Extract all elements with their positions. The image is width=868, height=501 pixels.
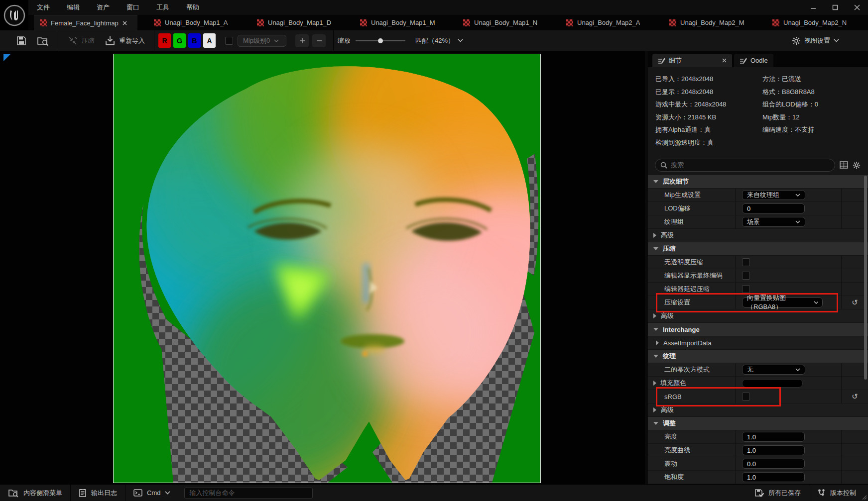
window-controls [802,0,868,15]
compression-settings-dropdown[interactable]: 向量置换贴图（RGBA8） [742,298,823,307]
menu-asset[interactable]: 资产 [88,0,118,15]
channel-g-button[interactable]: G [173,33,186,48]
section-texture[interactable]: 纹理 [648,350,868,363]
maximize-icon [832,4,838,10]
expand-arrow-icon[interactable] [653,381,656,386]
editor-show-final-encode-checkbox[interactable] [742,272,750,280]
console-command-input[interactable] [184,488,313,499]
texture-viewport[interactable] [0,51,645,484]
row-asset-import-data[interactable]: AssetImportData [648,336,868,350]
mip-gen-settings-dropdown[interactable]: 来自纹理组 [742,190,805,200]
details-tab-label: 细节 [669,56,719,65]
power-of-two-mode-dropdown[interactable]: 无 [742,365,805,375]
resize-grip-icon[interactable] [861,494,867,500]
row-advanced-compression[interactable]: 高级 [648,309,868,323]
tab-oodle[interactable]: Oodle [734,54,773,67]
search-input[interactable] [671,161,830,169]
content-drawer-button[interactable]: 内容侧滑菜单 [0,485,70,501]
revision-control-button[interactable]: 版本控制 [809,485,868,501]
tab-unagi-body-map1-a[interactable]: Unagi_Body_Map1_A [148,15,241,30]
compress-button[interactable]: 压缩 [62,32,100,49]
zoom-slider[interactable] [356,37,405,44]
details-scrollbar[interactable] [864,176,867,380]
saturation-input[interactable] [742,472,805,482]
collapse-arrow-icon[interactable] [653,180,658,183]
view-settings-dropdown[interactable]: 视图设置 [787,32,844,49]
tab-close-icon[interactable] [123,21,127,25]
maximize-button[interactable] [824,0,846,15]
menu-window[interactable]: 窗口 [118,0,148,15]
collapse-arrow-icon[interactable] [653,355,658,358]
expand-arrow-icon[interactable] [653,407,656,412]
property-row-vibrance: 震动 [648,457,868,471]
channel-b-button[interactable]: B [188,33,201,48]
row-advanced-lod[interactable]: 高级 [648,229,868,242]
menu-edit[interactable]: 编辑 [58,0,88,15]
collapse-arrow-icon[interactable] [653,328,658,331]
vibrance-input[interactable] [742,459,805,469]
menu-file[interactable]: 文件 [28,0,58,15]
padding-color-swatch[interactable] [742,379,803,388]
tab-female-face-lightmap[interactable]: Female_Face_lightmap [34,15,137,30]
property-row-mip-gen-settings: Mip生成设置 来自纹理组 [648,189,868,202]
reset-to-default-icon[interactable]: ↺ [852,392,858,401]
advanced-label: 高级 [661,311,674,320]
section-adjustments[interactable]: 调整 [648,417,868,430]
compress-without-alpha-checkbox[interactable] [742,258,750,266]
collapse-arrow-icon[interactable] [653,422,658,425]
chevron-down-icon [165,491,170,495]
expand-arrow-icon[interactable] [656,340,659,345]
texture-preview[interactable] [113,54,541,483]
section-lod[interactable]: 层次细节 [648,175,868,189]
defer-compression-checkbox[interactable] [742,285,750,293]
property-row-lod-bias: LOD偏移 [648,202,868,215]
section-label: Interchange [663,326,700,333]
reimport-button[interactable]: 重新导入 [100,32,150,49]
tab-unagi-body-map1-n[interactable]: Unagi_Body_Map1_N [457,15,550,30]
fit-zoom-dropdown[interactable]: 匹配（42%） [410,32,468,49]
mip-level-dropdown[interactable]: Mip级别0 [238,35,286,47]
search-box[interactable] [655,159,835,172]
expand-arrow-icon[interactable] [653,313,656,318]
section-interchange[interactable]: Interchange [648,323,868,336]
brightness-input[interactable] [742,432,805,442]
cmd-dropdown[interactable]: Cmd [125,485,178,501]
minimize-button[interactable] [802,0,824,15]
display-filter-grid-icon[interactable] [840,161,848,169]
tab-details[interactable]: 细节 [652,54,732,67]
tab-unagi-body-map1-m[interactable]: Unagi_Body_Map1_M [354,15,447,30]
section-compression[interactable]: 压缩 [648,242,868,256]
dropdown-value: 无 [747,365,753,374]
menu-tools[interactable]: 工具 [148,0,178,15]
tab-unagi-body-map1-d[interactable]: Unagi_Body_Map1_D [251,15,344,30]
brightness-curve-input[interactable] [742,445,805,455]
advanced-label: 高级 [661,231,674,240]
channel-a-button[interactable]: A [203,33,216,48]
all-saved-button[interactable]: 所有已保存 [746,485,809,501]
zoom-out-button[interactable] [312,34,326,47]
tab-unagi-body-map2-m[interactable]: Unagi_Body_Map2_M [663,15,756,30]
srgb-checkbox[interactable] [742,393,750,401]
output-log-button[interactable]: 输出日志 [71,485,125,501]
expand-arrow-icon[interactable] [653,233,656,238]
zoom-in-button[interactable] [295,34,309,47]
collapse-arrow-icon[interactable] [653,247,658,250]
settings-gear-icon[interactable] [853,161,861,169]
document-tab-strip: Female_Face_lightmap Unagi_Body_Map1_A U… [28,15,868,30]
texture-group-dropdown[interactable]: 场景 [742,217,805,227]
mip-level-checkbox[interactable] [225,37,233,45]
info-source-alpha-detected: 检测到源透明度：真 [655,136,726,149]
close-button[interactable] [846,0,868,15]
tab-close-icon[interactable] [722,58,727,63]
tab-unagi-body-map2-n[interactable]: Unagi_Body_Map2_N [766,15,859,30]
tab-unagi-body-map2-a[interactable]: Unagi_Body_Map2_A [560,15,653,30]
reset-to-default-icon[interactable]: ↺ [852,298,858,307]
row-advanced-texture[interactable]: 高级 [648,403,868,417]
channel-r-button[interactable]: R [158,33,171,48]
save-button[interactable] [11,32,32,49]
browse-to-asset-button[interactable] [32,32,54,49]
zoom-slider-thumb[interactable] [378,38,383,43]
menu-help[interactable]: 帮助 [178,0,208,15]
lod-bias-input[interactable] [742,203,805,213]
unreal-texture-editor-window: 文件 编辑 资产 窗口 工具 帮助 Female_Fac [0,0,868,501]
